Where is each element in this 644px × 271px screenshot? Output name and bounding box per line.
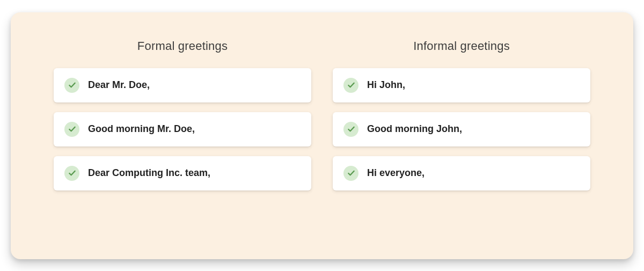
list-item-label: Hi John, (367, 79, 405, 91)
greetings-card: Formal greetings Dear Mr. Doe, Good morn… (11, 12, 633, 259)
list-item-label: Dear Mr. Doe, (88, 79, 150, 91)
list-item-label: Hi everyone, (367, 167, 425, 179)
informal-column: Informal greetings Hi John, Good morning… (333, 39, 590, 227)
list-item: Hi everyone, (333, 156, 590, 191)
check-icon (343, 78, 358, 93)
list-item-label: Good morning Mr. Doe, (88, 123, 195, 135)
informal-column-title: Informal greetings (333, 39, 590, 53)
informal-item-list: Hi John, Good morning John, Hi everyone, (333, 68, 590, 191)
formal-item-list: Dear Mr. Doe, Good morning Mr. Doe, Dear… (54, 68, 311, 191)
check-icon (64, 78, 79, 93)
formal-column: Formal greetings Dear Mr. Doe, Good morn… (54, 39, 311, 227)
list-item: Dear Mr. Doe, (54, 68, 311, 102)
check-icon (343, 166, 358, 181)
check-icon (64, 122, 79, 137)
list-item-label: Dear Computing Inc. team, (88, 167, 210, 179)
list-item: Dear Computing Inc. team, (54, 156, 311, 191)
list-item: Good morning Mr. Doe, (54, 112, 311, 147)
list-item: Hi John, (333, 68, 590, 102)
check-icon (343, 122, 358, 137)
formal-column-title: Formal greetings (54, 39, 311, 53)
check-icon (64, 166, 79, 181)
list-item: Good morning John, (333, 112, 590, 147)
list-item-label: Good morning John, (367, 123, 462, 135)
